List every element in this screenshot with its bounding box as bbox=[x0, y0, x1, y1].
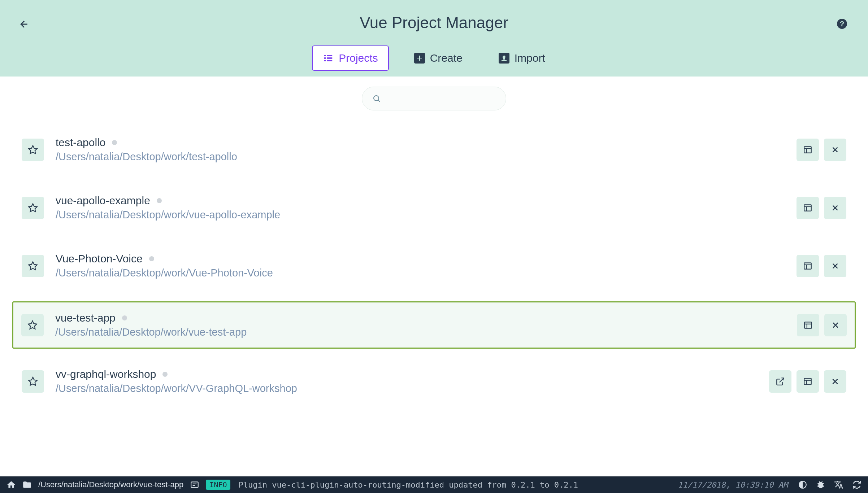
project-name: vue-test-app bbox=[55, 312, 116, 324]
project-path: /Users/natalia/Desktop/work/vue-apollo-e… bbox=[56, 209, 797, 221]
home-icon[interactable] bbox=[6, 480, 16, 489]
statusbar-timestamp: 11/17/2018, 10:39:10 AM bbox=[678, 480, 788, 489]
svg-rect-27 bbox=[804, 322, 812, 328]
contrast-icon[interactable] bbox=[798, 480, 807, 489]
project-path: /Users/natalia/Desktop/work/Vue-Photon-V… bbox=[56, 267, 797, 279]
project-row[interactable]: test-apollo/Users/natalia/Desktop/work/t… bbox=[14, 127, 854, 172]
favorite-button[interactable] bbox=[21, 314, 44, 336]
statusbar-right bbox=[798, 480, 862, 489]
svg-marker-32 bbox=[29, 377, 37, 385]
project-name: test-apollo bbox=[56, 136, 105, 149]
project-actions bbox=[797, 314, 847, 336]
favorite-button[interactable] bbox=[22, 197, 44, 219]
project-name: vue-apollo-example bbox=[56, 195, 150, 207]
svg-rect-3 bbox=[327, 57, 333, 59]
remove-button[interactable] bbox=[824, 139, 846, 161]
statusbar-message: Plugin vue-cli-plugin-auto-routing-modif… bbox=[238, 480, 671, 489]
statusbar-path[interactable]: /Users/natalia/Desktop/work/vue-test-app bbox=[38, 480, 183, 489]
search-box[interactable] bbox=[362, 87, 506, 110]
svg-rect-34 bbox=[804, 378, 811, 384]
folder-icon[interactable] bbox=[22, 480, 32, 489]
svg-rect-15 bbox=[804, 205, 811, 211]
project-info: Vue-Photon-Voice/Users/natalia/Desktop/w… bbox=[56, 253, 797, 279]
svg-rect-1 bbox=[327, 55, 333, 56]
search-container bbox=[0, 77, 868, 110]
remove-button[interactable] bbox=[824, 370, 846, 393]
favorite-button[interactable] bbox=[22, 139, 44, 161]
page-title: Vue Project Manager bbox=[0, 0, 868, 32]
open-editor-button[interactable] bbox=[797, 139, 819, 161]
svg-rect-2 bbox=[324, 57, 326, 59]
search-input[interactable] bbox=[386, 93, 496, 104]
status-dot-icon bbox=[157, 198, 162, 203]
project-actions bbox=[769, 370, 846, 393]
svg-rect-39 bbox=[191, 482, 199, 487]
project-name-row: Vue-Photon-Voice bbox=[56, 253, 797, 265]
status-dot-icon bbox=[162, 372, 168, 377]
project-list: test-apollo/Users/natalia/Desktop/work/t… bbox=[0, 110, 868, 404]
refresh-icon[interactable] bbox=[852, 480, 862, 489]
tab-label: Create bbox=[430, 52, 463, 64]
log-level-badge: INFO bbox=[206, 480, 230, 490]
project-row[interactable]: Vue-Photon-Voice/Users/natalia/Desktop/w… bbox=[14, 243, 854, 288]
tab-projects[interactable]: Projects bbox=[312, 45, 389, 71]
project-row[interactable]: vv-graphql-workshop/Users/natalia/Deskto… bbox=[14, 359, 854, 404]
svg-marker-8 bbox=[29, 145, 37, 153]
svg-marker-26 bbox=[28, 321, 36, 329]
svg-marker-14 bbox=[29, 204, 37, 211]
back-button[interactable] bbox=[19, 19, 30, 31]
translate-icon[interactable] bbox=[834, 480, 843, 489]
project-path: /Users/natalia/Desktop/work/vue-test-app bbox=[55, 326, 797, 338]
project-actions bbox=[797, 255, 846, 277]
status-bar: /Users/natalia/Desktop/work/vue-test-app… bbox=[0, 476, 868, 493]
plus-icon bbox=[414, 53, 425, 64]
project-path: /Users/natalia/Desktop/work/VV-GraphQL-w… bbox=[56, 383, 769, 394]
status-dot-icon bbox=[122, 315, 127, 320]
svg-rect-9 bbox=[804, 147, 811, 153]
project-info: vv-graphql-workshop/Users/natalia/Deskto… bbox=[56, 368, 769, 394]
help-button[interactable]: ? bbox=[837, 19, 847, 29]
project-actions bbox=[797, 197, 846, 219]
project-info: test-apollo/Users/natalia/Desktop/work/t… bbox=[56, 136, 797, 163]
project-name: Vue-Photon-Voice bbox=[56, 253, 143, 265]
open-editor-button[interactable] bbox=[797, 255, 819, 277]
tab-label: Projects bbox=[339, 52, 378, 64]
status-dot-icon bbox=[112, 140, 117, 145]
remove-button[interactable] bbox=[824, 197, 846, 219]
open-external-button[interactable] bbox=[769, 370, 791, 393]
favorite-button[interactable] bbox=[22, 370, 44, 393]
svg-rect-0 bbox=[324, 55, 326, 56]
bug-icon[interactable] bbox=[816, 480, 825, 489]
search-icon bbox=[372, 94, 381, 103]
open-editor-button[interactable] bbox=[797, 197, 819, 219]
tab-create[interactable]: Create bbox=[403, 45, 473, 71]
project-name-row: vue-test-app bbox=[55, 312, 797, 324]
project-row[interactable]: vue-test-app/Users/natalia/Desktop/work/… bbox=[12, 301, 856, 349]
tabs: Projects Create Import bbox=[0, 45, 868, 71]
svg-line-7 bbox=[378, 100, 380, 102]
remove-button[interactable] bbox=[824, 314, 847, 336]
tab-import[interactable]: Import bbox=[488, 45, 556, 71]
log-icon[interactable] bbox=[190, 480, 199, 489]
tab-label: Import bbox=[515, 52, 545, 64]
header: ? Vue Project Manager Projects Create Im… bbox=[0, 0, 868, 77]
svg-point-6 bbox=[374, 96, 379, 101]
open-editor-button[interactable] bbox=[797, 370, 819, 393]
project-row[interactable]: vue-apollo-example/Users/natalia/Desktop… bbox=[14, 185, 854, 230]
svg-marker-20 bbox=[29, 262, 37, 270]
project-info: vue-test-app/Users/natalia/Desktop/work/… bbox=[55, 312, 797, 338]
open-editor-button[interactable] bbox=[797, 314, 819, 336]
svg-rect-4 bbox=[324, 60, 326, 61]
project-name-row: vv-graphql-workshop bbox=[56, 368, 769, 380]
project-name: vv-graphql-workshop bbox=[56, 368, 156, 380]
status-dot-icon bbox=[149, 256, 154, 261]
project-name-row: test-apollo bbox=[56, 136, 797, 149]
svg-rect-21 bbox=[804, 263, 811, 269]
project-info: vue-apollo-example/Users/natalia/Desktop… bbox=[56, 195, 797, 221]
remove-button[interactable] bbox=[824, 255, 846, 277]
favorite-button[interactable] bbox=[22, 255, 44, 277]
list-icon bbox=[323, 53, 334, 64]
project-path: /Users/natalia/Desktop/work/test-apollo bbox=[56, 151, 797, 163]
project-actions bbox=[797, 139, 846, 161]
svg-rect-5 bbox=[327, 60, 333, 61]
